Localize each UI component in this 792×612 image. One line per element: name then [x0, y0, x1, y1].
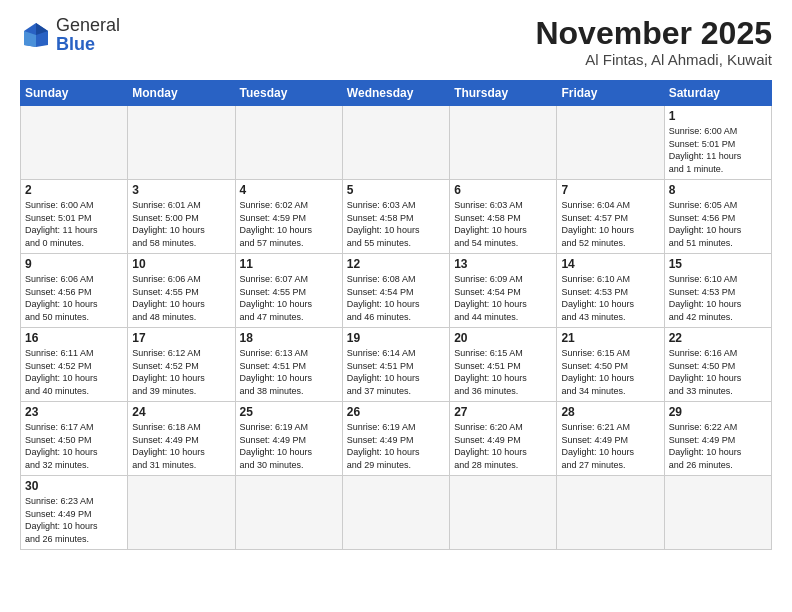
calendar-cell: [557, 106, 664, 180]
day-info: Sunrise: 6:17 AM Sunset: 4:50 PM Dayligh…: [25, 421, 123, 471]
calendar-cell: 26Sunrise: 6:19 AM Sunset: 4:49 PM Dayli…: [342, 402, 449, 476]
calendar-cell: 30Sunrise: 6:23 AM Sunset: 4:49 PM Dayli…: [21, 476, 128, 550]
calendar-cell: [342, 106, 449, 180]
day-info: Sunrise: 6:06 AM Sunset: 4:56 PM Dayligh…: [25, 273, 123, 323]
day-info: Sunrise: 6:11 AM Sunset: 4:52 PM Dayligh…: [25, 347, 123, 397]
weekday-monday: Monday: [128, 81, 235, 106]
calendar-cell: 8Sunrise: 6:05 AM Sunset: 4:56 PM Daylig…: [664, 180, 771, 254]
calendar-cell: 28Sunrise: 6:21 AM Sunset: 4:49 PM Dayli…: [557, 402, 664, 476]
day-number: 3: [132, 183, 230, 197]
day-number: 12: [347, 257, 445, 271]
logo-icon: [20, 21, 52, 49]
day-info: Sunrise: 6:06 AM Sunset: 4:55 PM Dayligh…: [132, 273, 230, 323]
calendar-cell: 19Sunrise: 6:14 AM Sunset: 4:51 PM Dayli…: [342, 328, 449, 402]
calendar-cell: 14Sunrise: 6:10 AM Sunset: 4:53 PM Dayli…: [557, 254, 664, 328]
page: GeneralBlue November 2025 Al Fintas, Al …: [0, 0, 792, 612]
day-info: Sunrise: 6:07 AM Sunset: 4:55 PM Dayligh…: [240, 273, 338, 323]
calendar-cell: [235, 476, 342, 550]
day-info: Sunrise: 6:20 AM Sunset: 4:49 PM Dayligh…: [454, 421, 552, 471]
calendar-cell: 29Sunrise: 6:22 AM Sunset: 4:49 PM Dayli…: [664, 402, 771, 476]
day-info: Sunrise: 6:22 AM Sunset: 4:49 PM Dayligh…: [669, 421, 767, 471]
logo-text: GeneralBlue: [56, 16, 120, 54]
day-number: 14: [561, 257, 659, 271]
day-info: Sunrise: 6:08 AM Sunset: 4:54 PM Dayligh…: [347, 273, 445, 323]
day-number: 23: [25, 405, 123, 419]
calendar-cell: 15Sunrise: 6:10 AM Sunset: 4:53 PM Dayli…: [664, 254, 771, 328]
calendar-week-3: 16Sunrise: 6:11 AM Sunset: 4:52 PM Dayli…: [21, 328, 772, 402]
calendar-week-0: 1Sunrise: 6:00 AM Sunset: 5:01 PM Daylig…: [21, 106, 772, 180]
day-info: Sunrise: 6:19 AM Sunset: 4:49 PM Dayligh…: [240, 421, 338, 471]
calendar-week-4: 23Sunrise: 6:17 AM Sunset: 4:50 PM Dayli…: [21, 402, 772, 476]
month-title: November 2025: [535, 16, 772, 51]
day-number: 1: [669, 109, 767, 123]
day-number: 9: [25, 257, 123, 271]
day-number: 2: [25, 183, 123, 197]
calendar-cell: 3Sunrise: 6:01 AM Sunset: 5:00 PM Daylig…: [128, 180, 235, 254]
day-info: Sunrise: 6:03 AM Sunset: 4:58 PM Dayligh…: [454, 199, 552, 249]
day-number: 18: [240, 331, 338, 345]
calendar-cell: 24Sunrise: 6:18 AM Sunset: 4:49 PM Dayli…: [128, 402, 235, 476]
day-number: 29: [669, 405, 767, 419]
calendar-cell: [557, 476, 664, 550]
calendar-cell: 9Sunrise: 6:06 AM Sunset: 4:56 PM Daylig…: [21, 254, 128, 328]
calendar-cell: [450, 476, 557, 550]
day-info: Sunrise: 6:15 AM Sunset: 4:50 PM Dayligh…: [561, 347, 659, 397]
day-number: 6: [454, 183, 552, 197]
day-number: 13: [454, 257, 552, 271]
calendar-cell: 2Sunrise: 6:00 AM Sunset: 5:01 PM Daylig…: [21, 180, 128, 254]
calendar-cell: 17Sunrise: 6:12 AM Sunset: 4:52 PM Dayli…: [128, 328, 235, 402]
title-block: November 2025 Al Fintas, Al Ahmadi, Kuwa…: [535, 16, 772, 68]
calendar-table: SundayMondayTuesdayWednesdayThursdayFrid…: [20, 80, 772, 550]
calendar-cell: 27Sunrise: 6:20 AM Sunset: 4:49 PM Dayli…: [450, 402, 557, 476]
day-number: 17: [132, 331, 230, 345]
day-info: Sunrise: 6:18 AM Sunset: 4:49 PM Dayligh…: [132, 421, 230, 471]
calendar-week-1: 2Sunrise: 6:00 AM Sunset: 5:01 PM Daylig…: [21, 180, 772, 254]
calendar-cell: 12Sunrise: 6:08 AM Sunset: 4:54 PM Dayli…: [342, 254, 449, 328]
day-info: Sunrise: 6:16 AM Sunset: 4:50 PM Dayligh…: [669, 347, 767, 397]
calendar-cell: 23Sunrise: 6:17 AM Sunset: 4:50 PM Dayli…: [21, 402, 128, 476]
calendar-cell: 6Sunrise: 6:03 AM Sunset: 4:58 PM Daylig…: [450, 180, 557, 254]
day-number: 22: [669, 331, 767, 345]
day-info: Sunrise: 6:10 AM Sunset: 4:53 PM Dayligh…: [669, 273, 767, 323]
calendar-cell: 18Sunrise: 6:13 AM Sunset: 4:51 PM Dayli…: [235, 328, 342, 402]
day-number: 11: [240, 257, 338, 271]
calendar-cell: [235, 106, 342, 180]
day-number: 7: [561, 183, 659, 197]
calendar-cell: 5Sunrise: 6:03 AM Sunset: 4:58 PM Daylig…: [342, 180, 449, 254]
weekday-saturday: Saturday: [664, 81, 771, 106]
calendar-cell: 4Sunrise: 6:02 AM Sunset: 4:59 PM Daylig…: [235, 180, 342, 254]
calendar-cell: 22Sunrise: 6:16 AM Sunset: 4:50 PM Dayli…: [664, 328, 771, 402]
day-info: Sunrise: 6:01 AM Sunset: 5:00 PM Dayligh…: [132, 199, 230, 249]
weekday-friday: Friday: [557, 81, 664, 106]
day-info: Sunrise: 6:13 AM Sunset: 4:51 PM Dayligh…: [240, 347, 338, 397]
calendar-cell: 7Sunrise: 6:04 AM Sunset: 4:57 PM Daylig…: [557, 180, 664, 254]
weekday-header-row: SundayMondayTuesdayWednesdayThursdayFrid…: [21, 81, 772, 106]
day-number: 5: [347, 183, 445, 197]
day-number: 25: [240, 405, 338, 419]
day-info: Sunrise: 6:10 AM Sunset: 4:53 PM Dayligh…: [561, 273, 659, 323]
location: Al Fintas, Al Ahmadi, Kuwait: [535, 51, 772, 68]
calendar-cell: [128, 106, 235, 180]
day-number: 26: [347, 405, 445, 419]
calendar-cell: [664, 476, 771, 550]
calendar-cell: 1Sunrise: 6:00 AM Sunset: 5:01 PM Daylig…: [664, 106, 771, 180]
day-number: 16: [25, 331, 123, 345]
logo-general: GeneralBlue: [56, 15, 120, 54]
day-info: Sunrise: 6:03 AM Sunset: 4:58 PM Dayligh…: [347, 199, 445, 249]
day-info: Sunrise: 6:02 AM Sunset: 4:59 PM Dayligh…: [240, 199, 338, 249]
day-number: 21: [561, 331, 659, 345]
day-info: Sunrise: 6:00 AM Sunset: 5:01 PM Dayligh…: [25, 199, 123, 249]
day-info: Sunrise: 6:15 AM Sunset: 4:51 PM Dayligh…: [454, 347, 552, 397]
calendar-week-5: 30Sunrise: 6:23 AM Sunset: 4:49 PM Dayli…: [21, 476, 772, 550]
day-number: 15: [669, 257, 767, 271]
weekday-thursday: Thursday: [450, 81, 557, 106]
calendar-cell: [128, 476, 235, 550]
calendar-cell: 25Sunrise: 6:19 AM Sunset: 4:49 PM Dayli…: [235, 402, 342, 476]
day-number: 27: [454, 405, 552, 419]
calendar-cell: 13Sunrise: 6:09 AM Sunset: 4:54 PM Dayli…: [450, 254, 557, 328]
calendar-cell: 10Sunrise: 6:06 AM Sunset: 4:55 PM Dayli…: [128, 254, 235, 328]
calendar-week-2: 9Sunrise: 6:06 AM Sunset: 4:56 PM Daylig…: [21, 254, 772, 328]
calendar-cell: 21Sunrise: 6:15 AM Sunset: 4:50 PM Dayli…: [557, 328, 664, 402]
day-info: Sunrise: 6:14 AM Sunset: 4:51 PM Dayligh…: [347, 347, 445, 397]
day-info: Sunrise: 6:19 AM Sunset: 4:49 PM Dayligh…: [347, 421, 445, 471]
